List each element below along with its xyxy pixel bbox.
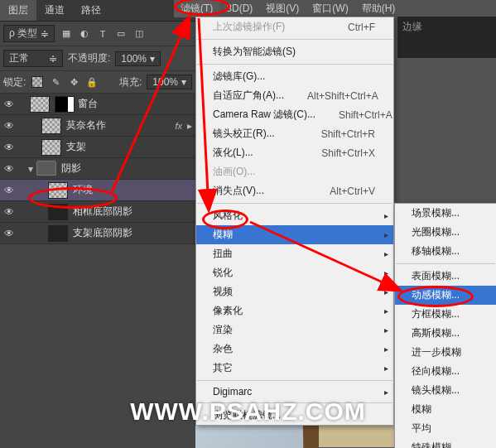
svg-line-2 (250, 222, 399, 290)
svg-line-0 (112, 18, 189, 192)
svg-line-1 (199, 18, 209, 209)
watermark: WWW.PSAHZ.COM (130, 397, 366, 426)
annotation-arrows (0, 0, 496, 448)
